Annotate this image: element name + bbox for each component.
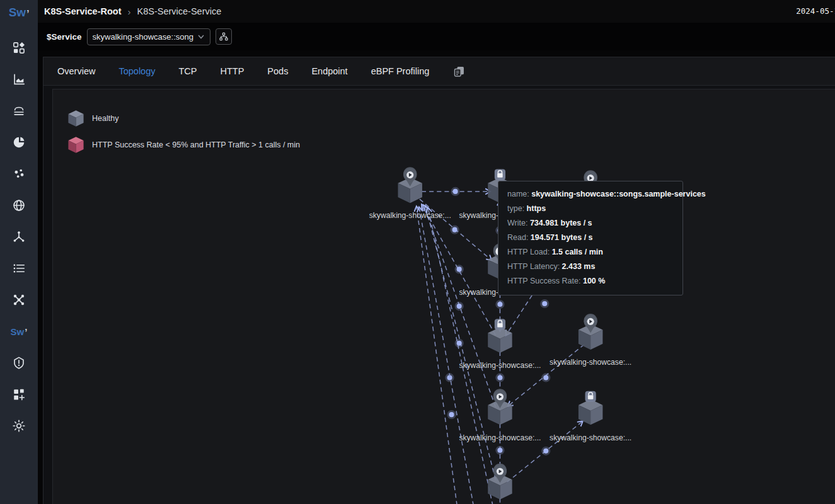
sidebar-item-bar-chart-icon[interactable] xyxy=(11,72,26,87)
sidebar-item-globe-icon[interactable] xyxy=(11,198,26,213)
sidebar-item-pie-chart-icon[interactable] xyxy=(11,135,26,150)
tab-overview[interactable]: Overview xyxy=(57,66,95,76)
sidebar-item-apps-dashboard-icon[interactable] xyxy=(11,40,26,55)
layers-icon xyxy=(12,104,26,118)
top-header: K8S-Service-Root › K8S-Service-Service 2… xyxy=(38,0,835,23)
edge-traffic-dot[interactable] xyxy=(543,375,548,380)
sidebar-item-gear-icon[interactable] xyxy=(11,418,26,433)
breadcrumb-root[interactable]: K8S-Service-Root xyxy=(44,6,121,16)
edge-traffic-dot[interactable] xyxy=(453,189,458,194)
sidebar: Sw’ Sw’ xyxy=(0,0,38,504)
node-tooltip: name: skywalking-showcase::songs.sample-… xyxy=(498,181,683,295)
edge-traffic-dot[interactable] xyxy=(457,304,462,309)
sidebar-item-grid-add-icon[interactable] xyxy=(11,387,26,402)
sidebar-menu: Sw’ xyxy=(11,40,26,433)
node-label: skywalking-showcase:... xyxy=(550,358,631,367)
topology-layout-button[interactable] xyxy=(216,28,232,45)
chevron-down-icon xyxy=(197,33,205,40)
edge-traffic-dot[interactable] xyxy=(497,448,502,453)
sitemap-icon xyxy=(219,32,229,42)
service-node-n1[interactable]: skywalking-showcase:... xyxy=(369,167,451,220)
edge-traffic-dot[interactable] xyxy=(542,301,547,306)
tabs-bar: OverviewTopologyTCPHTTPPodsEndpointeBPF … xyxy=(43,57,835,86)
legend-item-unhealthy: HTTP Success Rate < 95% and HTTP Traffic… xyxy=(67,136,300,154)
copy-dashboard-button[interactable] xyxy=(452,64,466,78)
cube-icon xyxy=(67,136,84,154)
tab-endpoint[interactable]: Endpoint xyxy=(311,66,347,76)
tooltip-row: HTTP Success Rate: 100 % xyxy=(507,274,674,289)
breadcrumb-current: K8S-Service-Service xyxy=(137,6,221,16)
service-flow-icon xyxy=(12,293,26,307)
list-icon xyxy=(12,261,26,275)
edge-traffic-dot[interactable] xyxy=(497,375,502,380)
sidebar-item-layers-icon[interactable] xyxy=(11,103,26,118)
logo-swoosh: ’ xyxy=(26,8,29,18)
legend-label: Healthy xyxy=(92,114,118,123)
tab-ebpf-profiling[interactable]: eBPF Profiling xyxy=(371,66,430,76)
topology-edge[interactable] xyxy=(419,207,479,504)
edge-traffic-dot[interactable] xyxy=(452,227,458,232)
lock-body-icon xyxy=(497,323,503,328)
service-select[interactable]: skywalking-showcase::songs.s xyxy=(87,28,210,45)
edge-traffic-dot[interactable] xyxy=(449,412,454,417)
sidebar-item-sw-text-logo[interactable]: Sw’ xyxy=(11,324,26,339)
tooltip-row: type: https xyxy=(507,202,674,216)
service-node-n6[interactable]: skywalking-showcase:... xyxy=(550,314,631,367)
pie-chart-icon xyxy=(12,135,26,149)
lock-body-icon xyxy=(497,173,503,178)
breadcrumb-separator-icon: › xyxy=(127,6,130,17)
cluster-dots-icon xyxy=(12,167,26,181)
node-label: skywalking-showcase:... xyxy=(459,433,541,442)
tab-http[interactable]: HTTP xyxy=(220,66,244,76)
dashboard-card: OverviewTopologyTCPHTTPPodsEndpointeBPF … xyxy=(43,57,835,504)
tab-topology[interactable]: Topology xyxy=(118,66,155,76)
header-date: 2024-05-1 xyxy=(796,6,835,16)
edge-traffic-dot[interactable] xyxy=(457,266,462,272)
sidebar-item-service-flow-icon[interactable] xyxy=(11,292,26,307)
service-node-n5[interactable]: skywalking-showcase:... xyxy=(459,319,541,370)
cube-icon xyxy=(67,110,84,127)
topology-edge[interactable] xyxy=(428,207,499,504)
sidebar-item-cluster-dots-icon[interactable] xyxy=(11,166,26,181)
edge-traffic-dot[interactable] xyxy=(497,302,502,307)
service-select-value: skywalking-showcase::songs.s xyxy=(93,32,193,42)
apps-dashboard-icon xyxy=(12,41,26,55)
lock-body-icon xyxy=(588,395,594,399)
tooltip-row: Write: 734.981 bytes / s xyxy=(507,216,674,231)
gear-icon xyxy=(12,419,26,433)
service-variable-label: $Service xyxy=(47,32,82,42)
topology-panel: Healthy HTTP Success Rate < 95% and HTTP… xyxy=(52,89,835,504)
service-node-n7[interactable]: skywalking-showcase:... xyxy=(459,389,541,442)
copy-icon xyxy=(452,65,466,78)
tab-pods[interactable]: Pods xyxy=(267,66,288,76)
sidebar-item-list-icon[interactable] xyxy=(11,261,26,276)
node-label: skywalking-showcase:... xyxy=(459,361,541,370)
tooltip-row: HTTP Load: 1.5 calls / min xyxy=(507,245,674,260)
skywalking-logo[interactable]: Sw’ xyxy=(0,0,38,25)
sidebar-item-axis-3d-icon[interactable] xyxy=(11,229,26,244)
grid-add-icon xyxy=(12,387,26,401)
globe-icon xyxy=(12,198,26,212)
topology-legend: Healthy HTTP Success Rate < 95% and HTTP… xyxy=(67,110,300,154)
legend-item-healthy: Healthy xyxy=(67,110,300,127)
service-node-n9[interactable]: skywalking-showcase:... xyxy=(459,464,541,504)
skywalking-app: Sw’ Sw’ K8S-Service-Root › K8S-Service-S… xyxy=(0,0,835,504)
service-filter-bar: $Service skywalking-showcase::songs.s xyxy=(38,23,835,50)
tooltip-row: HTTP Latency: 2.433 ms xyxy=(507,260,674,274)
service-node-n8[interactable]: skywalking-showcase:... xyxy=(550,391,631,442)
bar-chart-icon xyxy=(12,72,26,86)
axis-3d-icon xyxy=(12,230,26,244)
tooltip-row: Read: 194.571 bytes / s xyxy=(507,231,674,245)
topology-edge[interactable] xyxy=(417,206,461,504)
node-label: skywalking-showcase:... xyxy=(369,211,451,220)
node-label: skywalking-showcase:... xyxy=(550,433,631,442)
edge-traffic-dot[interactable] xyxy=(543,449,548,454)
sidebar-item-shield-alert-icon[interactable] xyxy=(11,355,26,370)
tab-tcp[interactable]: TCP xyxy=(178,66,197,76)
tooltip-row: name: skywalking-showcase::songs.sample-… xyxy=(507,187,674,202)
legend-label: HTTP Success Rate < 95% and HTTP Traffic… xyxy=(92,140,300,149)
shield-alert-icon xyxy=(12,356,26,370)
